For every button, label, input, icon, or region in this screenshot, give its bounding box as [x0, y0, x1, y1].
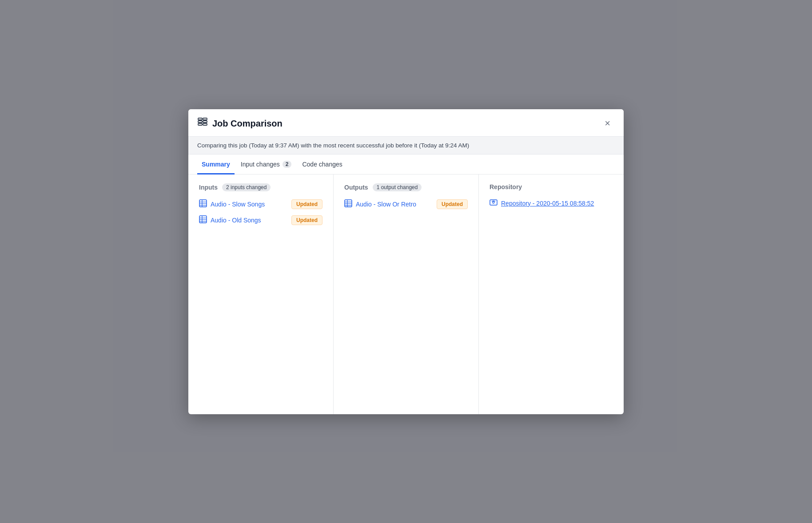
svg-rect-16 — [345, 200, 352, 207]
outputs-section-header: Outputs 1 output changed — [344, 183, 468, 191]
output-item-row-0: Audio - Slow Or Retro Updated — [344, 199, 468, 209]
input-item-left-1: Audio - Old Songs — [199, 215, 261, 225]
job-comparison-modal: Job Comparison × Comparing this job (Tod… — [188, 109, 624, 414]
tab-summary[interactable]: Summary — [197, 155, 235, 174]
tabs-row: Summary Input changes 2 Code changes — [188, 155, 624, 174]
modal-subtitle: Comparing this job (Today at 9:37 AM) wi… — [188, 137, 624, 155]
modal-title: Job Comparison — [212, 119, 283, 129]
input-status-1: Updated — [291, 215, 322, 225]
output-status-0: Updated — [437, 199, 468, 209]
svg-rect-5 — [203, 123, 207, 125]
modal-header: Job Comparison × — [188, 109, 624, 137]
modal-title-row: Job Comparison — [197, 117, 283, 130]
svg-rect-4 — [203, 121, 207, 123]
outputs-label: Outputs — [344, 184, 368, 191]
input-item-name-0[interactable]: Audio - Slow Songs — [211, 201, 265, 208]
modal-title-icon — [197, 117, 208, 130]
svg-rect-21 — [490, 200, 497, 205]
svg-rect-3 — [203, 118, 207, 120]
outputs-section: Outputs 1 output changed — [334, 174, 479, 414]
input-item-left-0: Audio - Slow Songs — [199, 199, 265, 209]
input-item-row-0: Audio - Slow Songs Updated — [199, 199, 322, 209]
repo-item-name-0[interactable]: Repository - 2020-05-15 08:58:52 — [501, 200, 594, 207]
svg-rect-2 — [198, 123, 202, 125]
output-table-icon-0 — [344, 199, 352, 209]
close-button[interactable]: × — [602, 118, 613, 129]
input-changes-badge: 2 — [283, 161, 292, 168]
repo-item-row-0: Repository - 2020-05-15 08:58:52 — [490, 198, 613, 208]
tab-input-changes[interactable]: Input changes 2 — [236, 155, 296, 174]
output-item-name-0[interactable]: Audio - Slow Or Retro — [356, 201, 416, 208]
svg-rect-0 — [198, 118, 202, 120]
inputs-section: Inputs 2 inputs changed — [188, 174, 334, 414]
inputs-label: Inputs — [199, 184, 218, 191]
inputs-badge: 2 inputs changed — [222, 183, 271, 191]
input-status-0: Updated — [291, 199, 322, 209]
table-icon-0 — [199, 199, 207, 209]
sections-row: Inputs 2 inputs changed — [188, 174, 624, 414]
modal-backdrop: Job Comparison × Comparing this job (Tod… — [0, 0, 812, 523]
inputs-section-header: Inputs 2 inputs changed — [199, 183, 322, 191]
tab-code-changes[interactable]: Code changes — [298, 155, 346, 174]
modal-body: Inputs 2 inputs changed — [188, 174, 624, 414]
input-item-row-1: Audio - Old Songs Updated — [199, 215, 322, 225]
repository-section-header: Repository — [490, 183, 613, 190]
table-icon-1 — [199, 215, 207, 225]
repository-label: Repository — [490, 183, 522, 190]
svg-rect-11 — [199, 216, 207, 223]
svg-point-22 — [493, 202, 494, 203]
repo-icon-0 — [490, 198, 498, 208]
input-item-name-1[interactable]: Audio - Old Songs — [211, 217, 261, 224]
outputs-badge: 1 output changed — [373, 183, 422, 191]
output-item-left-0: Audio - Slow Or Retro — [344, 199, 416, 209]
svg-rect-6 — [199, 200, 207, 207]
svg-rect-1 — [198, 121, 202, 123]
repository-section: Repository Repository - 2020-05-15 08:58… — [479, 174, 624, 414]
